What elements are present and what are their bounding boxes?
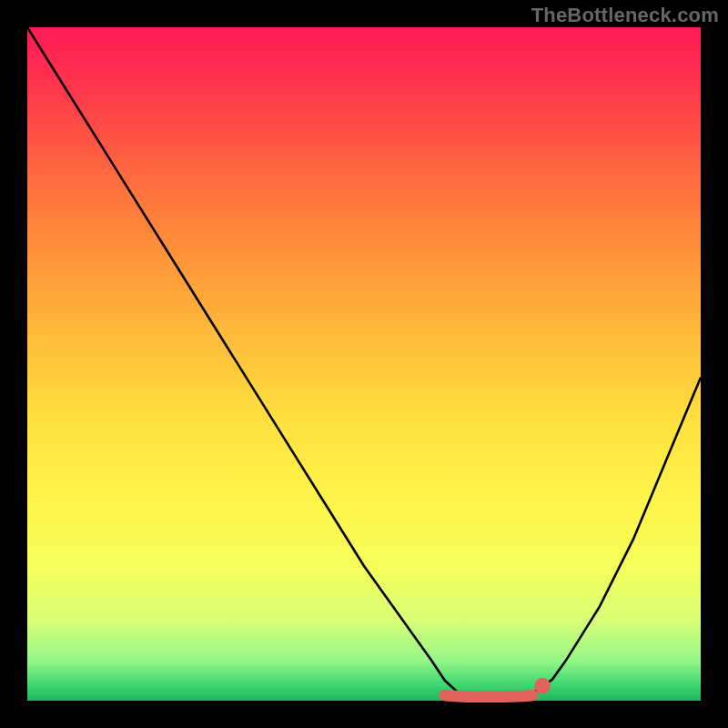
- bottleneck-curve: [27, 27, 701, 697]
- plot-area: [27, 27, 701, 701]
- valley-end-dot: [534, 678, 551, 694]
- chart-frame: TheBottleneck.com: [0, 0, 728, 728]
- attribution-label: TheBottleneck.com: [531, 4, 719, 27]
- curve-layer: [27, 27, 701, 701]
- valley-marker: [445, 695, 532, 697]
